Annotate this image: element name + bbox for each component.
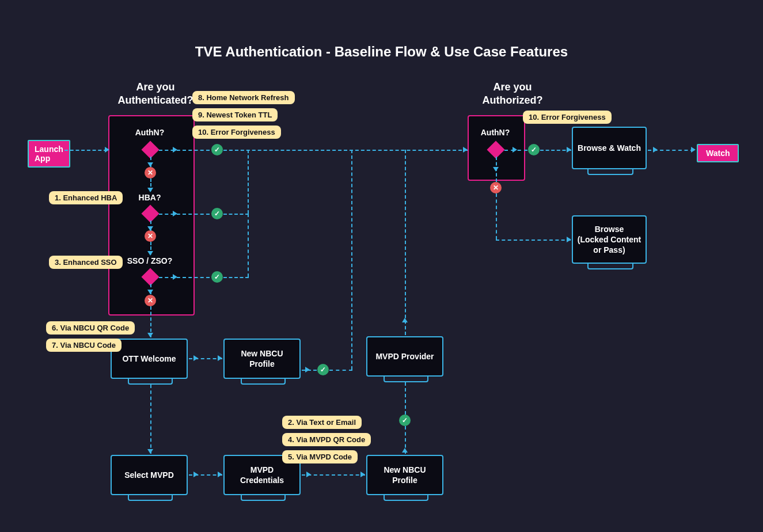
sso-ok-icon: ✓: [211, 271, 223, 283]
authn-fail-icon: ✕: [145, 167, 156, 178]
arrow-icon: [147, 251, 153, 256]
conn: [159, 277, 210, 278]
tag-via-nbcu-code: 7. Via NBCU Code: [46, 339, 122, 352]
tv-mvpd-credentials-stand: [241, 495, 286, 501]
arrow-icon: [105, 147, 109, 153]
arrow-icon: [360, 472, 365, 477]
tv-select-mvpd: Select MVPD: [111, 455, 188, 495]
hba-ok-icon: ✓: [211, 208, 223, 219]
conn: [223, 150, 468, 151]
tag-newest-token-ttl: 9. Newest Token TTL: [192, 108, 278, 121]
page-title: TVE Authentication - Baseline Flow & Use…: [0, 44, 763, 60]
tag-home-network-refresh: 8. Home Network Refresh: [192, 91, 295, 104]
hba-label: HBA?: [127, 193, 173, 202]
tag-error-forgiveness-a: 10. Error Forgiveness: [192, 126, 281, 139]
conn: [64, 150, 107, 151]
arrow-icon: [218, 355, 222, 361]
tag-via-nbcu-qr: 6. Via NBCU QR Code: [46, 321, 135, 335]
conn: [223, 277, 249, 278]
watch-action: Watch: [697, 144, 739, 162]
arrow-icon: [513, 147, 517, 153]
tv-mvpd-provider-stand: [384, 377, 428, 382]
arrow-icon: [691, 147, 696, 153]
conn: [329, 370, 352, 371]
arrow-icon: [305, 367, 310, 373]
arrow-icon: [567, 147, 571, 153]
arrow-icon: [173, 147, 177, 153]
arrow-icon: [147, 333, 153, 337]
conn: [405, 150, 406, 335]
tv-browse-watch: Browse & Watch: [572, 127, 647, 169]
conn: [351, 150, 352, 370]
arrow-icon: [402, 318, 408, 322]
tag-via-mvpd-qr: 4. Via MVPD QR Code: [282, 433, 371, 446]
tv-ott-welcome-stand: [128, 379, 173, 385]
tv-ott-welcome: OTT Welcome: [111, 339, 188, 379]
tag-via-text-email: 2. Via Text or Email: [282, 416, 362, 429]
tag-via-mvpd-code: 5. Via MVPD Code: [282, 450, 358, 463]
arrow-icon: [567, 237, 571, 242]
tv-new-profile-a-stand: [241, 379, 286, 385]
arrow-icon: [493, 167, 499, 172]
conn: [159, 150, 210, 151]
tv-browse-locked: Browse (Locked Content or Pass): [572, 215, 647, 264]
conn: [150, 385, 151, 454]
sso-fail-icon: ✕: [145, 295, 156, 306]
sso-label: SSO / ZSO?: [115, 256, 184, 265]
authn-ok-icon: ✓: [211, 144, 223, 155]
conn: [248, 150, 249, 214]
tv-browse-watch-stand: [587, 169, 633, 175]
hba-fail-icon: ✕: [145, 230, 156, 242]
launch-app-action: Launch App: [28, 140, 70, 168]
conn: [496, 193, 497, 240]
section-authenticated: Are you Authenticated?: [104, 81, 207, 107]
arrow-icon: [173, 211, 177, 216]
tv-browse-locked-stand: [587, 264, 633, 269]
arrow-icon: [173, 274, 177, 280]
conn: [302, 474, 365, 476]
conn: [223, 214, 249, 215]
arrow-icon: [463, 147, 468, 153]
authz-fail-icon: ✕: [490, 182, 502, 193]
arrow-icon: [147, 449, 153, 454]
profile-ok-icon: ✓: [317, 364, 329, 375]
authz-ok-icon: ✓: [528, 144, 540, 155]
arrow-icon: [653, 147, 658, 153]
arrow-icon: [147, 162, 153, 167]
profile2-ok-icon: ✓: [399, 415, 411, 426]
arrow-icon: [218, 472, 222, 477]
arrow-icon: [306, 472, 311, 477]
section-authorized: Are you Authorized?: [461, 81, 564, 107]
tv-new-profile-a: New NBCU Profile: [223, 339, 301, 379]
authn-label: AuthN?: [127, 128, 173, 137]
conn: [248, 214, 249, 277]
authz-label: AuthN?: [472, 128, 518, 137]
conn: [405, 382, 406, 415]
tv-mvpd-provider: MVPD Provider: [366, 336, 443, 377]
conn: [496, 240, 571, 241]
arrow-icon: [147, 290, 153, 294]
tag-enhanced-sso: 3. Enhanced SSO: [49, 256, 123, 269]
arrow-icon: [147, 226, 153, 231]
tv-new-profile-b: New NBCU Profile: [366, 455, 443, 495]
tv-select-mvpd-stand: [128, 495, 173, 501]
tv-new-profile-b-stand: [384, 495, 428, 501]
arrow-icon: [193, 472, 198, 477]
tag-error-forgiveness-b: 10. Error Forgiveness: [523, 111, 612, 124]
arrow-icon: [402, 448, 408, 453]
arrow-icon: [193, 355, 198, 361]
conn: [159, 214, 210, 215]
tag-enhanced-hba: 1. Enhanced HBA: [49, 191, 123, 204]
arrow-icon: [147, 188, 153, 192]
